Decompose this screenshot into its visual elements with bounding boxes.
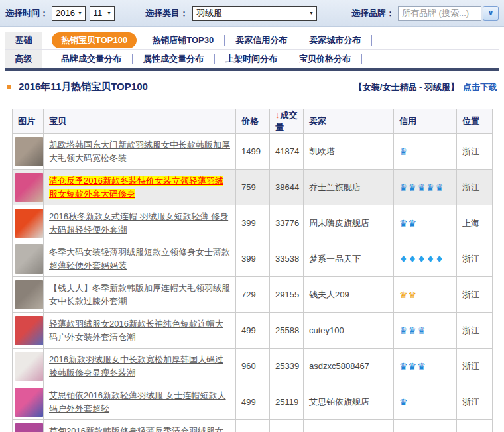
sales-cell: 41874 [270, 134, 304, 170]
product-title-link[interactable]: 轻薄款羽绒服女2016新款长袖纯色短款连帽大码户外女装外套清仓潮 [49, 319, 223, 342]
blue-diamond-icon: ♦ [435, 254, 444, 264]
seller-cell: 凯欧塔 [304, 134, 394, 170]
product-thumbnail[interactable] [15, 352, 44, 381]
tab-advanced-0[interactable]: 品牌成交量分布 [50, 53, 132, 65]
image-cell [13, 384, 44, 420]
orange-bullet-icon [7, 85, 11, 89]
tab-advanced-1[interactable]: 属性成交量分布 [133, 53, 214, 65]
seller-cell: asdzxc5808467 [304, 349, 394, 384]
header-sales: ↓成交量 [270, 109, 304, 134]
gold-crown-icon: ♛ [399, 290, 408, 300]
product-thumbnail[interactable] [15, 423, 44, 432]
product-thumbnail[interactable] [15, 388, 44, 417]
item-cell: 清仓反季2016新款冬装特价女装立领轻薄羽绒服女短款外套大码修身 [44, 170, 236, 205]
sales-cell: 25339 [270, 349, 304, 384]
blue-diamond-icon: ♦ [426, 254, 435, 264]
product-title-link[interactable]: 2016秋冬新款女式连帽 羽绒服女短款轻薄 修身大码超轻轻便外套潮 [49, 211, 228, 235]
sales-cell [270, 420, 304, 432]
basic-tab-list: 热销宝贝TOP100热销店铺TOP30卖家信用分布卖家城市分布 [42, 32, 499, 49]
table-row: 苞甸2016新款韩版修身轻薄反季清仓羽绒服女短款连 ♛♛ [13, 420, 493, 432]
price-cell: 499 [236, 384, 270, 420]
image-cell [13, 420, 44, 432]
tab-advanced-3[interactable]: 宝贝价格分布 [288, 53, 361, 65]
blue-crown-icon: ♛ [409, 182, 417, 193]
tabs-block: 基础 热销宝贝TOP100热销店铺TOP30卖家信用分布卖家城市分布 高级 品牌… [5, 32, 499, 68]
price-cell: 399 [236, 205, 270, 241]
table-row: 轻薄款羽绒服女2016新款长袖纯色短款连帽大码户外女装外套清仓潮 499 255… [13, 313, 493, 349]
download-link[interactable]: 点击下载 [463, 81, 497, 93]
seller-cell: 艾思铂依旗舰店 [304, 384, 394, 420]
price-sort-link[interactable]: 价格 [241, 116, 259, 126]
blue-crown-icon: ♛ [417, 182, 426, 193]
advanced-group-label: 高级 [5, 50, 42, 68]
year-select[interactable]: 2016 ▼ [52, 6, 86, 21]
image-cell [13, 170, 44, 205]
seller-cell: cutey100 [304, 313, 394, 349]
brand-filter-label: 选择品牌： [351, 7, 395, 19]
image-cell [13, 277, 44, 313]
product-title-link[interactable]: 2016新款羽绒服女中长款宽松加厚韩国大码过膝韩版修身显瘦冬装潮 [49, 354, 223, 378]
image-cell [13, 241, 44, 277]
location-cell: 浙江 [457, 241, 493, 277]
credit-cell: ♛ [394, 134, 457, 170]
image-cell [13, 349, 44, 384]
tab-basic-0[interactable]: 热销宝贝TOP100 [52, 32, 137, 48]
price-cell: 960 [236, 349, 270, 384]
item-cell: 【钱夫人】冬季新款韩版加厚连帽大毛领羽绒服女中长款过膝外套潮 [44, 277, 236, 313]
product-thumbnail[interactable] [15, 209, 44, 238]
seller-cell [304, 420, 394, 432]
chevron-down-icon: ▼ [107, 11, 111, 15]
blue-diamond-icon: ♦ [399, 254, 408, 264]
sales-cell: 25119 [270, 384, 304, 420]
blue-crown-icon: ♛ [409, 325, 417, 336]
product-thumbnail[interactable] [15, 137, 44, 166]
chevron-down-icon: ▼ [78, 11, 82, 15]
sales-cell: 29155 [270, 277, 304, 313]
price-cell: 1499 [236, 134, 270, 170]
header-price: 价格 [236, 109, 270, 134]
product-title-link[interactable]: 苞甸2016新款韩版修身轻薄反季清仓羽绒服女短款连 [49, 426, 223, 432]
brand-search-input[interactable] [398, 6, 481, 21]
category-select-value: 羽绒服 [196, 7, 222, 19]
product-thumbnail[interactable] [15, 173, 44, 202]
product-thumbnail[interactable] [15, 244, 44, 274]
blue-crown-icon: ♛ [399, 325, 408, 336]
brand-combobox: ∨ [398, 6, 499, 21]
advanced-tab-row: 高级 品牌成交量分布属性成交量分布上架时间分布宝贝价格分布 [5, 50, 499, 68]
product-title-link[interactable]: 冬季大码女装轻薄羽绒服短款立领修身女士薄款超薄轻便外套妈妈装 [49, 247, 230, 270]
tab-basic-1[interactable]: 热销店铺TOP30 [141, 34, 224, 46]
product-title-link[interactable]: 艾思铂依2016新款轻薄羽绒服 女士连帽短款大码户外外套超轻 [49, 390, 226, 413]
blue-crown-icon: ♛ [409, 218, 417, 229]
month-select[interactable]: 11 ▼ [90, 6, 115, 21]
blue-crown-icon: ♛ [399, 218, 408, 229]
seller-cell: 周末嗨皮旗舰店 [304, 205, 394, 241]
table-row: 2016新款羽绒服女中长款宽松加厚韩国大码过膝韩版修身显瘦冬装潮 960 253… [13, 349, 493, 384]
blue-crown-icon: ♛ [417, 325, 426, 336]
product-thumbnail[interactable] [15, 316, 44, 345]
location-cell [457, 420, 493, 432]
product-title-link[interactable]: 凯欧塔韩国东大门新款羽绒服女中长款韩版加厚大毛领大码宽松冬装 [49, 140, 230, 163]
brand-dropdown-button[interactable]: ∨ [483, 6, 499, 21]
tab-basic-3[interactable]: 卖家城市分布 [298, 34, 371, 46]
table-row: 艾思铂依2016新款轻薄羽绒服 女士连帽短款大码户外外套超轻 499 25119… [13, 384, 493, 420]
section-header: 2016年11月热销宝贝TOP100 【女装/女士精品 - 羽绒服】 点击下载 [5, 71, 499, 101]
blue-crown-icon: ♛ [399, 397, 408, 407]
product-title-link[interactable]: 【钱夫人】冬季新款韩版加厚连帽大毛领羽绒服女中长款过膝外套潮 [49, 283, 230, 306]
location-cell: 浙江 [457, 313, 493, 349]
price-cell: 729 [236, 277, 270, 313]
product-thumbnail[interactable] [15, 280, 44, 309]
category-select[interactable]: 羽绒服 ▼ [192, 6, 317, 21]
category-breadcrumb: 【女装/女士精品 - 羽绒服】 [354, 81, 459, 93]
year-select-value: 2016 [56, 8, 75, 18]
top100-table: 图片 宝贝 价格 ↓成交量 卖家 信用 位置 凯欧塔韩国东大门新款羽绒服女中长款… [12, 109, 493, 432]
blue-diamond-icon: ♦ [409, 254, 417, 264]
blue-crown-icon: ♛ [435, 182, 444, 193]
product-title-link[interactable]: 清仓反季2016新款冬装特价女装立领轻薄羽绒服女短款外套大码修身 [49, 176, 223, 199]
item-cell: 凯欧塔韩国东大门新款羽绒服女中长款韩版加厚大毛领大码宽松冬装 [44, 134, 236, 170]
blue-crown-icon: ♛ [417, 361, 426, 372]
table-row: 2016秋冬新款女式连帽 羽绒服女短款轻薄 修身大码超轻轻便外套潮 399 33… [13, 205, 493, 241]
chevron-down-icon: ∨ [488, 9, 494, 17]
tab-basic-2[interactable]: 卖家信用分布 [225, 34, 298, 46]
tab-advanced-2[interactable]: 上架时间分布 [215, 53, 288, 65]
location-cell: 浙江 [457, 277, 493, 313]
